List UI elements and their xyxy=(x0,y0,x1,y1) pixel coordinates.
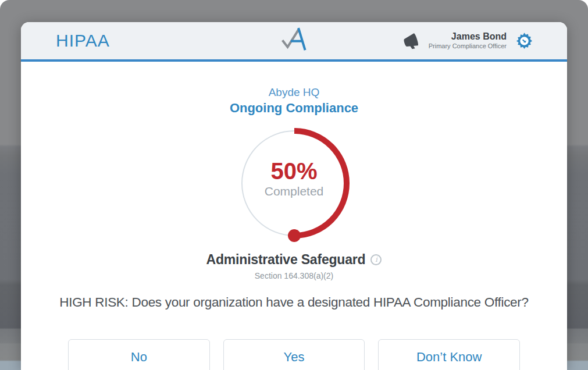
user-name: James Bond xyxy=(429,31,507,42)
progress-ring: 50% Completed xyxy=(236,124,353,242)
header-right-group: James Bond Primary Compliance Officer xyxy=(402,31,533,49)
safeguard-title: Administrative Safeguard xyxy=(206,252,366,268)
safeguard-heading-row: Administrative Safeguard i xyxy=(21,252,567,268)
announcement-megaphone-icon[interactable] xyxy=(402,32,420,50)
hipaa-brand-label: HIPAA xyxy=(56,31,110,51)
answer-dont-know-button[interactable]: Don’t Know xyxy=(378,339,520,370)
modal-body: Abyde HQ Ongoing Compliance 50% Complete… xyxy=(21,86,567,370)
answer-buttons: No Yes Don’t Know xyxy=(21,339,567,370)
user-menu[interactable]: James Bond Primary Compliance Officer xyxy=(429,31,507,49)
user-role: Primary Compliance Officer xyxy=(429,42,507,50)
progress-end-dot xyxy=(288,229,301,242)
settings-gear-icon[interactable] xyxy=(515,32,533,50)
info-icon[interactable]: i xyxy=(370,254,382,265)
progress-arc xyxy=(294,131,347,236)
screen: HIPAA James xyxy=(0,0,588,370)
assessment-question: HIGH RISK: Does your organization have a… xyxy=(21,295,567,310)
answer-yes-button[interactable]: Yes xyxy=(223,339,365,370)
answer-no-button[interactable]: No xyxy=(68,339,210,370)
regulation-section: Section 164.308(a)(2) xyxy=(21,271,567,280)
organization-name: Abyde HQ xyxy=(21,86,567,99)
page-title: Ongoing Compliance xyxy=(21,101,567,115)
compliance-modal: HIPAA James xyxy=(21,22,567,370)
abyde-logo-icon xyxy=(276,25,312,56)
modal-header: HIPAA James xyxy=(21,22,567,62)
